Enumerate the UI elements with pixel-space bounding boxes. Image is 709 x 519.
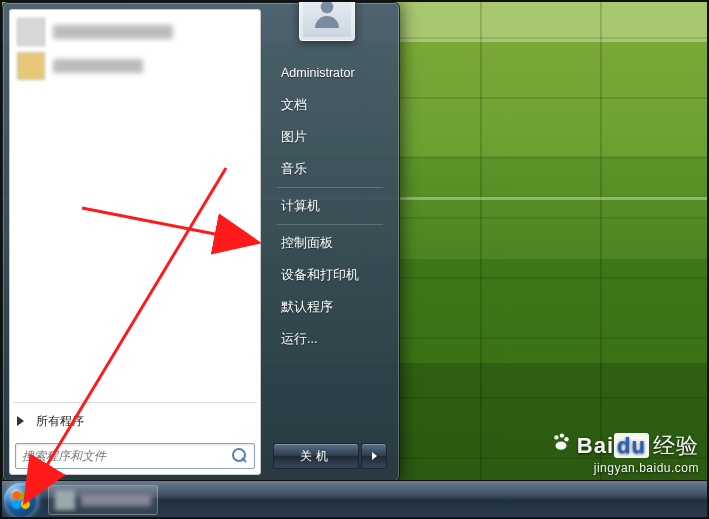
svg-point-0: [321, 1, 334, 14]
svg-point-5: [559, 433, 563, 437]
program-list: [9, 9, 261, 400]
right-item-administrator[interactable]: Administrator: [271, 57, 389, 89]
program-icon: [17, 18, 45, 46]
program-label-redacted: [53, 59, 143, 73]
windows-logo-icon: [4, 483, 38, 517]
right-item-pictures[interactable]: 图片: [271, 121, 389, 153]
right-item-control-panel[interactable]: 控制面板: [271, 227, 389, 259]
right-item-documents[interactable]: 文档: [271, 89, 389, 121]
taskbar: [0, 480, 709, 519]
shutdown-button[interactable]: 关机: [273, 443, 359, 469]
app-icon: [55, 490, 75, 510]
watermark: Baidu经验 jingyan.baidu.com: [550, 431, 699, 475]
app-title-redacted: [81, 494, 151, 506]
right-item-music[interactable]: 音乐: [271, 153, 389, 185]
taskbar-app-button[interactable]: [48, 485, 158, 515]
start-menu-right-pane: Administrator 文档 图片 音乐 计算机 控制面板 设备和打印机 默…: [261, 9, 393, 475]
start-menu: 所有程序 Administrator 文档 图片 音乐 计算机 控制面板 设备和…: [2, 2, 400, 482]
svg-point-7: [555, 442, 566, 450]
right-item-computer[interactable]: 计算机: [271, 190, 389, 222]
right-item-devices-printers[interactable]: 设备和打印机: [271, 259, 389, 291]
all-programs-label: 所有程序: [36, 413, 84, 430]
search-input[interactable]: [22, 449, 232, 463]
separator: [277, 187, 383, 188]
right-item-run[interactable]: 运行...: [271, 323, 389, 355]
separator: [277, 224, 383, 225]
svg-point-6: [564, 437, 568, 441]
svg-point-4: [554, 435, 558, 439]
pinned-program-1[interactable]: [13, 15, 257, 49]
program-icon: [17, 52, 45, 80]
search-box[interactable]: [15, 443, 255, 469]
chevron-right-icon: [372, 452, 377, 460]
chevron-right-icon: [17, 416, 24, 426]
pinned-program-2[interactable]: [13, 49, 257, 83]
program-label-redacted: [53, 25, 173, 39]
shutdown-options-button[interactable]: [361, 443, 387, 469]
start-menu-left-pane: 所有程序: [9, 9, 261, 475]
user-picture[interactable]: [299, 0, 355, 41]
separator: [13, 402, 257, 403]
start-button[interactable]: [0, 481, 42, 520]
search-icon: [232, 448, 248, 464]
right-item-default-programs[interactable]: 默认程序: [271, 291, 389, 323]
all-programs-button[interactable]: 所有程序: [9, 405, 261, 437]
user-icon: [309, 0, 345, 31]
